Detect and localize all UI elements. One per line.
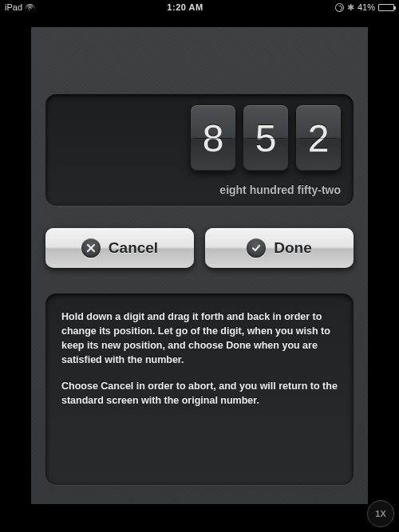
cancel-label: Cancel xyxy=(109,239,158,257)
status-bar: iPad 1:20 AM ✱ 41% xyxy=(0,0,399,14)
status-left: iPad xyxy=(5,2,35,12)
digit-tile[interactable]: 8 xyxy=(191,105,235,171)
digits-row: 8 5 2 xyxy=(58,105,341,172)
help-panel: Hold down a digit and drag it forth and … xyxy=(45,294,354,485)
close-icon xyxy=(81,238,101,258)
help-paragraph: Choose Cancel in order to abort, and you… xyxy=(61,379,338,408)
help-paragraph: Hold down a digit and drag it forth and … xyxy=(61,309,338,368)
check-icon xyxy=(247,238,266,258)
number-display: 8 5 2 eight hundred fifty-two xyxy=(45,94,354,206)
battery-percentage: 41% xyxy=(358,2,375,12)
number-words: eight hundred fifty-two xyxy=(58,183,341,196)
done-label: Done xyxy=(274,239,312,257)
cancel-button[interactable]: Cancel xyxy=(45,228,194,268)
orientation-lock-icon xyxy=(335,3,344,12)
digit-glyph: 8 xyxy=(203,116,224,160)
button-row: Cancel Done xyxy=(45,228,354,268)
done-button[interactable]: Done xyxy=(205,228,354,268)
scale-badge[interactable]: 1X xyxy=(367,500,394,527)
digit-glyph: 2 xyxy=(308,116,330,160)
digit-glyph: 5 xyxy=(255,116,277,160)
status-time: 1:20 AM xyxy=(35,2,335,12)
bluetooth-icon: ✱ xyxy=(347,2,354,13)
status-right: ✱ 41% xyxy=(335,2,394,13)
app-surface: 8 5 2 eight hundred fifty-two Cancel Don… xyxy=(31,27,368,504)
wifi-icon xyxy=(26,3,35,11)
battery-icon xyxy=(378,4,394,11)
digit-tile[interactable]: 2 xyxy=(296,105,341,171)
digit-tile[interactable]: 5 xyxy=(243,105,288,171)
device-label: iPad xyxy=(5,2,22,12)
